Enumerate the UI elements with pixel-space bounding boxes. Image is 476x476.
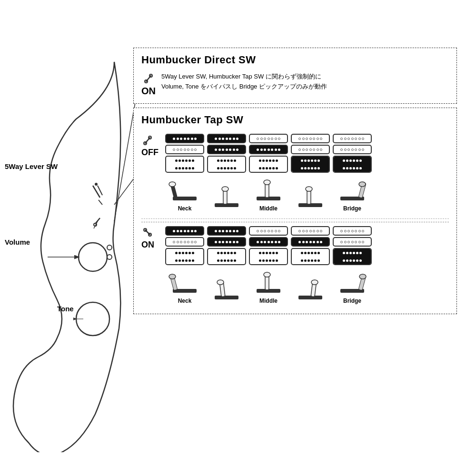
- diagram-area: Humbucker Direct SW ON 5Way Lever SW, Hu…: [133, 48, 457, 438]
- lever-pos1-icon: [168, 178, 201, 204]
- tap-sw-title: Humbucker Tap SW: [141, 114, 449, 126]
- on-col4-s2: [291, 237, 330, 247]
- tap-section-on: ON: [141, 222, 449, 308]
- off-lever-pos5: Bridge: [333, 178, 372, 212]
- off-col3-dbl: [249, 156, 288, 173]
- on-col3-s1: [249, 226, 288, 236]
- on-lever-pos1: Neck: [165, 270, 204, 304]
- off-row3: [165, 156, 449, 173]
- off-lever-pos4: [291, 184, 330, 212]
- svg-point-43: [169, 274, 176, 279]
- off-col1: [165, 134, 204, 143]
- off-col2: [207, 134, 246, 143]
- on-lever-pos4: [291, 277, 330, 304]
- desc-line1: 5Way Lever SW, Humbucker Tap SW に関わらず強制的…: [161, 72, 327, 82]
- on-col4-dbl: [291, 248, 330, 265]
- off-col5-single-top: [333, 134, 372, 143]
- direct-sw-content: ON 5Way Lever SW, Humbucker Tap SW に関わらず…: [141, 70, 449, 98]
- on-state-label: ON: [141, 240, 162, 249]
- lever-pos2-icon: [210, 184, 243, 210]
- lever-pos3-icon: [252, 178, 285, 204]
- off-col4-dbl: [291, 156, 330, 173]
- off-col2-r2: [207, 145, 246, 154]
- on-lever-pos1-icon: [168, 270, 201, 296]
- main-container: 5Way Lever SW Volume Tone Humbucker Dire…: [0, 0, 476, 476]
- svg-line-3: [99, 200, 102, 205]
- off-pos5-label: Bridge: [343, 205, 361, 212]
- off-col5-single-bot: [333, 145, 372, 154]
- off-col5-r3: [333, 156, 372, 173]
- svg-point-7: [79, 243, 107, 271]
- on-col1-r3: [165, 248, 204, 265]
- on-col2-r3: [207, 248, 246, 265]
- svg-point-52: [311, 280, 318, 285]
- on-row: ON: [141, 226, 449, 304]
- on-col5-dbl: [333, 248, 372, 265]
- svg-point-25: [169, 182, 176, 187]
- switch-off-icon-2: [141, 134, 154, 146]
- lever-pos5-icon: [336, 178, 369, 204]
- on-col1-s1: [165, 226, 204, 236]
- off-col5: [333, 134, 372, 143]
- off-label-col: OFF: [141, 134, 162, 157]
- switch-on-icon: [141, 226, 154, 238]
- svg-point-46: [217, 280, 224, 285]
- on-col3-dbl: [249, 248, 288, 265]
- on-col1-s2: [165, 237, 204, 247]
- svg-point-8: [107, 245, 112, 250]
- switch-off-icon: [142, 72, 155, 84]
- on-col5: [333, 226, 372, 236]
- label-volume: Volume: [5, 238, 30, 246]
- svg-rect-44: [215, 296, 238, 299]
- off-col4-single-top: [291, 134, 330, 143]
- lever-pos4-icon: [294, 184, 327, 210]
- off-col2-single-bot: [207, 145, 246, 154]
- on-pos3-label: Middle: [259, 298, 278, 304]
- on-col3-s2: [249, 237, 288, 247]
- on-col1-dbl: [165, 248, 204, 265]
- on-col1: [165, 226, 204, 236]
- off-col2-r3: [207, 156, 246, 173]
- off-col1-r3: [165, 156, 204, 173]
- on-col5-r3: [333, 248, 372, 265]
- desc-line2: Volume, Tone をバイパスし Bridge ピックアップのみが動作: [161, 82, 327, 92]
- off-col4-r3: [291, 156, 330, 173]
- on-col1-r2: [165, 237, 204, 247]
- svg-point-31: [264, 180, 270, 185]
- off-col3: [249, 134, 288, 143]
- off-col4: [291, 134, 330, 143]
- off-pickup-columns: Neck: [165, 134, 449, 212]
- on-col5-s2: [333, 237, 372, 247]
- on-col5-s1: [333, 226, 372, 236]
- off-lever-pos1: Neck: [165, 178, 204, 212]
- off-lever-pos3: Middle: [249, 178, 288, 212]
- off-row2: [165, 145, 449, 154]
- off-col1-single-bot: [165, 145, 204, 154]
- off-col1-r2: [165, 145, 204, 154]
- on-col3-r2: [249, 237, 288, 247]
- on-label-col: ON: [141, 226, 162, 249]
- on-lever-pos2: [207, 277, 246, 304]
- off-col2-single-top: [207, 134, 246, 143]
- tap-section-off: OFF: [141, 130, 449, 216]
- on-col4-s1: [291, 226, 330, 236]
- section-divider: [141, 218, 449, 219]
- off-pos1-label: Neck: [178, 205, 192, 212]
- on-label: ON: [141, 86, 156, 96]
- on-pos5-label: Bridge: [343, 298, 361, 304]
- on-lever-pos5-icon: [336, 270, 369, 296]
- off-col5-dbl: [333, 156, 372, 173]
- svg-point-9: [107, 255, 112, 259]
- direct-sw-description: 5Way Lever SW, Humbucker Tap SW に関わらず強制的…: [161, 72, 327, 92]
- on-row3: [165, 248, 449, 265]
- svg-rect-50: [298, 296, 322, 299]
- direct-sw-title: Humbucker Direct SW: [141, 54, 449, 66]
- svg-line-4: [95, 218, 100, 224]
- off-lever-pos2: [207, 184, 246, 212]
- on-col2: [207, 226, 246, 236]
- on-col2-dbl: [207, 248, 246, 265]
- off-col1-dbl: [165, 156, 204, 173]
- on-col5-r2: [333, 237, 372, 247]
- off-state-label: OFF: [141, 148, 162, 157]
- off-col5-r2: [333, 145, 372, 154]
